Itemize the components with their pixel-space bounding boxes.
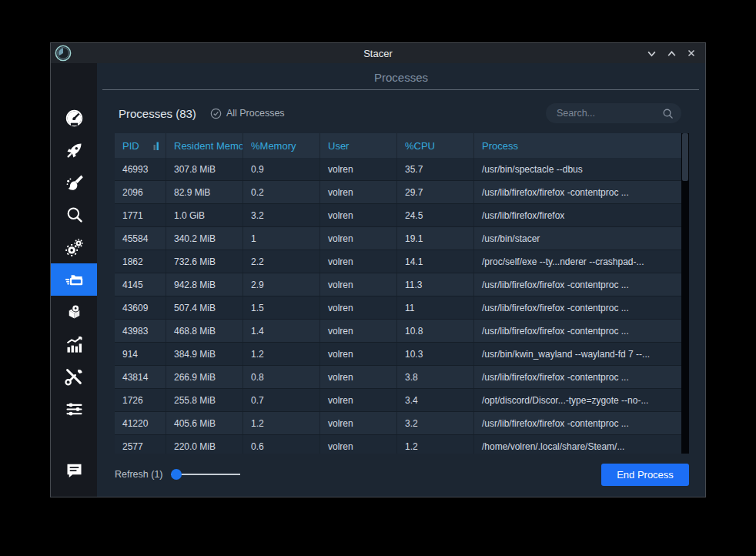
cell-user: volren bbox=[320, 435, 397, 454]
chat-bubble-icon bbox=[64, 460, 85, 481]
sidebar bbox=[51, 63, 97, 497]
table-row[interactable]: 914 384.9 MiB 1.2 volren 10.3 /usr/bin/k… bbox=[115, 343, 681, 366]
cell-pid: 4145 bbox=[115, 273, 166, 296]
cell-percent-cpu: 24.5 bbox=[397, 204, 474, 226]
cell-percent-memory: 1.2 bbox=[243, 412, 320, 434]
sidebar-item-helpers[interactable] bbox=[51, 360, 97, 393]
cell-percent-memory: 3.2 bbox=[243, 204, 320, 226]
sidebar-item-startup-apps[interactable] bbox=[51, 134, 97, 166]
chevron-down-icon bbox=[647, 49, 657, 59]
cell-pid: 41220 bbox=[115, 412, 166, 434]
cell-pid: 43609 bbox=[115, 296, 166, 319]
processes-footer: Refresh (1) End Process bbox=[97, 452, 705, 497]
cell-resident-memory: 266.9 MiB bbox=[166, 366, 243, 388]
cell-percent-cpu: 11 bbox=[397, 296, 474, 319]
cell-resident-memory: 340.2 MiB bbox=[166, 227, 243, 250]
table-row[interactable]: 41220 405.6 MiB 1.2 volren 3.2 /usr/lib/… bbox=[115, 412, 681, 435]
window-title: Stacer bbox=[51, 48, 705, 59]
cell-user: volren bbox=[320, 181, 397, 203]
chevron-up-icon bbox=[667, 49, 677, 59]
sidebar-item-system-cleaner[interactable] bbox=[51, 166, 97, 199]
table-row[interactable]: 2096 82.9 MiB 0.2 volren 29.7 /usr/lib/f… bbox=[115, 181, 681, 204]
table-row[interactable]: 2577 220.0 MiB 0.6 volren 1.2 /home/volr… bbox=[115, 435, 681, 454]
cell-percent-memory: 0.7 bbox=[243, 389, 320, 411]
sidebar-item-dashboard[interactable] bbox=[51, 102, 97, 134]
cell-pid: 1726 bbox=[115, 389, 166, 411]
column-header-user[interactable]: User bbox=[320, 133, 397, 158]
search-box[interactable] bbox=[546, 103, 681, 123]
sort-indicator-icon bbox=[153, 142, 159, 150]
sliders-icon bbox=[64, 399, 85, 420]
cell-pid: 2096 bbox=[115, 181, 166, 203]
cell-pid: 1862 bbox=[115, 250, 166, 273]
column-header-percent-memory[interactable]: %Memory bbox=[243, 133, 320, 158]
cell-user: volren bbox=[320, 273, 397, 296]
cell-process: /usr/lib/firefox/firefox -contentproc ..… bbox=[474, 320, 681, 342]
table-row[interactable]: 43983 468.8 MiB 1.4 volren 10.8 /usr/lib… bbox=[115, 320, 681, 343]
sidebar-item-processes[interactable] bbox=[51, 263, 97, 296]
refresh-label: Refresh (1) bbox=[115, 469, 163, 480]
sidebar-item-services[interactable] bbox=[51, 231, 97, 263]
sidebar-item-feedback[interactable] bbox=[51, 454, 97, 486]
cell-percent-cpu: 29.7 bbox=[397, 181, 474, 203]
processes-count-label: Processes (83) bbox=[119, 107, 196, 120]
search-input[interactable] bbox=[557, 108, 662, 119]
table-row[interactable]: 45584 340.2 MiB 1 volren 19.1 /usr/bin/s… bbox=[115, 227, 681, 250]
page-title: Processes bbox=[97, 63, 705, 84]
end-process-button[interactable]: End Process bbox=[601, 464, 689, 486]
cell-percent-memory: 1 bbox=[243, 227, 320, 250]
cell-resident-memory: 732.6 MiB bbox=[166, 250, 243, 273]
table-row[interactable]: 4145 942.8 MiB 2.9 volren 11.3 /usr/lib/… bbox=[115, 273, 681, 296]
sidebar-item-resources[interactable] bbox=[51, 328, 97, 360]
cell-user: volren bbox=[320, 320, 397, 342]
cell-percent-cpu: 11.3 bbox=[397, 273, 474, 296]
cell-resident-memory: 942.8 MiB bbox=[166, 273, 243, 296]
all-processes-checkbox[interactable]: All Processes bbox=[210, 108, 285, 119]
stacked-folders-icon bbox=[64, 270, 85, 290]
slider-handle[interactable] bbox=[171, 469, 182, 480]
table-row[interactable]: 1862 732.6 MiB 2.2 volren 14.1 /proc/sel… bbox=[115, 250, 681, 273]
cell-percent-cpu: 3.8 bbox=[397, 366, 474, 388]
minimize-button[interactable] bbox=[644, 45, 659, 61]
sidebar-item-search[interactable] bbox=[51, 199, 97, 231]
titlebar[interactable]: Stacer bbox=[51, 43, 705, 63]
table-scrollbar[interactable] bbox=[681, 133, 689, 454]
processes-page: Processes Processes (83) All Processes bbox=[97, 63, 705, 497]
close-button[interactable] bbox=[684, 45, 699, 61]
column-header-percent-cpu[interactable]: %CPU bbox=[397, 133, 474, 158]
cell-pid: 1771 bbox=[115, 204, 166, 226]
cell-percent-cpu: 14.1 bbox=[397, 250, 474, 273]
cell-percent-memory: 1.2 bbox=[243, 343, 320, 365]
scrollbar-thumb[interactable] bbox=[682, 133, 688, 181]
cell-percent-memory: 0.9 bbox=[243, 158, 320, 180]
cell-process: /usr/lib/firefox/firefox -contentproc ..… bbox=[474, 273, 681, 296]
cell-process: /usr/lib/firefox/firefox -contentproc ..… bbox=[474, 181, 681, 203]
cell-pid: 46993 bbox=[115, 158, 166, 180]
sidebar-item-settings[interactable] bbox=[51, 393, 97, 425]
cell-process: /usr/lib/firefox/firefox -contentproc ..… bbox=[474, 412, 681, 434]
column-header-pid[interactable]: PID bbox=[115, 133, 166, 158]
cell-user: volren bbox=[320, 250, 397, 273]
column-header-resident-memory[interactable]: Resident Memory bbox=[166, 133, 243, 158]
process-table-body: 46993 307.8 MiB 0.9 volren 35.7 /usr/bin… bbox=[115, 158, 681, 454]
table-row[interactable]: 46993 307.8 MiB 0.9 volren 35.7 /usr/bin… bbox=[115, 158, 681, 181]
cell-process: /home/volren/.local/share/Steam/... bbox=[474, 435, 681, 454]
desktop-background: Stacer bbox=[0, 0, 756, 556]
bar-chart-icon bbox=[64, 334, 85, 355]
table-row[interactable]: 1726 255.8 MiB 0.7 volren 3.4 /opt/disco… bbox=[115, 389, 681, 412]
rocket-icon bbox=[64, 140, 85, 161]
cell-process: /opt/discord/Discor...-type=zygote --no-… bbox=[474, 389, 681, 411]
sidebar-item-uninstaller[interactable] bbox=[51, 296, 97, 328]
cell-percent-memory: 1.4 bbox=[243, 320, 320, 342]
maximize-button[interactable] bbox=[664, 45, 679, 61]
cell-resident-memory: 384.9 MiB bbox=[166, 343, 243, 365]
cell-percent-memory: 0.6 bbox=[243, 435, 320, 454]
refresh-interval-slider[interactable] bbox=[171, 469, 240, 480]
brush-icon bbox=[64, 172, 85, 193]
cell-percent-memory: 2.2 bbox=[243, 250, 320, 273]
table-row[interactable]: 1771 1.0 GiB 3.2 volren 24.5 /usr/lib/fi… bbox=[115, 204, 681, 227]
table-row[interactable]: 43814 266.9 MiB 0.8 volren 3.8 /usr/lib/… bbox=[115, 366, 681, 389]
column-header-process[interactable]: Process bbox=[474, 133, 681, 158]
cell-user: volren bbox=[320, 366, 397, 388]
table-row[interactable]: 43609 507.4 MiB 1.5 volren 11 /usr/lib/f… bbox=[115, 296, 681, 320]
